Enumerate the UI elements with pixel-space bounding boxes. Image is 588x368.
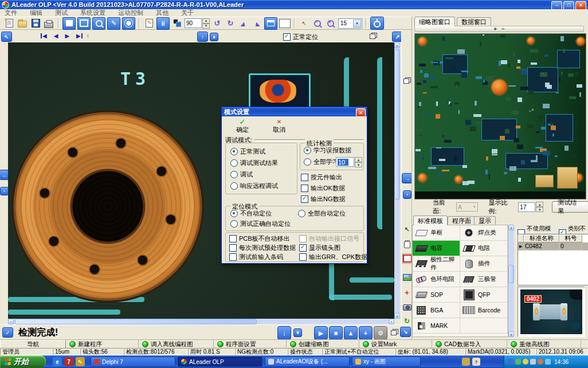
check-output-ok-data[interactable]: 输出OK数据	[301, 185, 345, 192]
radio-debug-test-result[interactable]: 调试测试结果	[230, 159, 278, 167]
menu-about[interactable]: 关于	[181, 9, 194, 17]
maximize-icon[interactable]: □	[563, 1, 574, 10]
table-row[interactable]: ▶ C0482 0	[518, 242, 588, 250]
checkbox-icon[interactable]	[229, 253, 237, 261]
nav-step-load-offline-image[interactable]: 调入离线编程图	[139, 340, 214, 349]
frame-tool-button[interactable]	[77, 17, 91, 30]
radio-icon[interactable]	[230, 171, 238, 178]
quicklaunch-delphi-icon[interactable]: 7	[64, 357, 73, 366]
scale-value[interactable]: 17	[518, 202, 535, 212]
open-button[interactable]	[17, 18, 28, 29]
tab-standard-template[interactable]: 标准模板	[413, 216, 448, 225]
tray-icon-volume[interactable]	[523, 359, 528, 365]
edit-page-button[interactable]	[143, 18, 155, 29]
collapse-up-button[interactable]: ∧	[210, 33, 218, 41]
checkbox-icon[interactable]	[301, 195, 308, 203]
move-button[interactable]: +	[359, 326, 373, 340]
tab-data-window[interactable]: 数据窗口	[457, 17, 491, 26]
check-preprocess-each-test[interactable]: 每次测试预处理数据	[229, 244, 296, 252]
component-transistor[interactable]: 三极管	[460, 272, 508, 287]
first-board-button[interactable]: ◀	[41, 33, 48, 39]
task-aleader-aoi-device[interactable]: ALeaderAOI设备 (...	[265, 357, 350, 367]
pointer-button[interactable]: ↖	[299, 18, 310, 29]
quicklaunch-ie-icon[interactable]: e	[53, 357, 62, 366]
cascade-windows-button[interactable]	[370, 33, 377, 40]
flip-horizontal-button[interactable]: ▲	[236, 18, 251, 29]
checkbox-icon[interactable]	[299, 253, 307, 261]
menu-other[interactable]: 其他	[156, 9, 168, 17]
menu-test[interactable]: 测试	[55, 9, 68, 17]
template-table[interactable]: 标准名称 料号 ▶ C0482 0	[518, 234, 588, 285]
radio-learn-all[interactable]: 全部学习	[304, 158, 339, 166]
radio-normal-test[interactable]: 正常测试	[230, 148, 265, 155]
pan-tool-button[interactable]	[62, 17, 76, 30]
pan-down-button[interactable]: ↓	[277, 326, 291, 340]
component-qfp[interactable]: QFP	[460, 287, 508, 303]
print-button[interactable]	[43, 18, 54, 29]
task-aleader-olp[interactable]: ALeader OLP	[178, 357, 262, 367]
component-frame[interactable]: 单框	[413, 225, 460, 241]
horizontal-scroll-thumb[interactable]	[15, 319, 257, 324]
spin-up-icon[interactable]: ▲	[536, 202, 543, 207]
check-output-by-component[interactable]: 按元件输出	[301, 174, 342, 181]
tab-display[interactable]: 显示	[474, 216, 496, 225]
cascade-windows-button[interactable]	[402, 76, 411, 85]
zoom-out-thumb-icon[interactable]: −	[501, 26, 505, 32]
hand-tool[interactable]	[402, 240, 411, 249]
component-sop[interactable]: SOP	[413, 287, 460, 303]
cancel-button[interactable]: ✕ 取消	[263, 118, 295, 135]
nav-step-redo-height-map[interactable]: 重做高线图	[507, 340, 581, 349]
checkbox-icon[interactable]	[229, 244, 237, 252]
power-button[interactable]	[370, 17, 384, 30]
check-pcb-no-auto-eject[interactable]: PCB板不自动移出	[229, 235, 290, 242]
radio-remote-debug[interactable]: 响应远程调试	[230, 182, 278, 190]
thumbnail-zoom-bar[interactable]: + −	[414, 26, 584, 32]
dialog-title-bar[interactable]: 模式设置 ✕	[222, 107, 367, 116]
learn-spin-arrows[interactable]: ▲ ▼	[355, 157, 362, 167]
cascade-windows-button[interactable]	[391, 329, 398, 336]
angle-spin-arrows[interactable]: ▲ ▼	[202, 18, 210, 29]
dialog-close-icon[interactable]: ✕	[356, 108, 366, 117]
normal-positioning-toggle[interactable]: 正常定位	[283, 33, 318, 41]
component-resistor[interactable]: 电阻	[460, 241, 508, 256]
contrast-button[interactable]	[171, 18, 183, 29]
magnifier-tool-button[interactable]	[92, 17, 105, 30]
collapse-left-button[interactable]: ‹	[0, 187, 9, 195]
stop-button[interactable]: ■	[329, 326, 343, 340]
next-board-button[interactable]: ▶	[64, 33, 70, 39]
close-icon[interactable]: ✕	[575, 1, 586, 10]
learn-count-spinner[interactable]: 10 ▲ ▼	[336, 157, 362, 167]
component-barcode[interactable]: Barcode	[460, 303, 508, 318]
scroll-left-icon[interactable]: ‹	[8, 319, 14, 324]
radio-all-auto-positioning[interactable]: 全部自动定位	[298, 210, 346, 217]
pan-bottom-right-button[interactable]: ↘	[400, 327, 411, 337]
collapse-down-button[interactable]: ∨	[293, 328, 302, 337]
component-solder-joint[interactable]: 焊点类	[460, 225, 508, 241]
rotate-right-button[interactable]: ↻	[225, 18, 236, 29]
menu-system-settings[interactable]: 系统设置	[80, 9, 105, 17]
eject-button[interactable]: ▲	[344, 326, 358, 340]
spin-down-icon[interactable]: ▼	[536, 207, 543, 212]
spin-up-icon[interactable]: ▲	[202, 18, 210, 24]
spin-up-icon[interactable]: ▲	[355, 157, 362, 162]
radio-icon[interactable]	[230, 210, 238, 217]
quicklaunch-paint-icon[interactable]: ✎	[76, 357, 85, 366]
edit-tool-button[interactable]: ✎	[107, 17, 120, 30]
task-delphi[interactable]: Delphi 7	[91, 357, 175, 367]
spot-tool-button[interactable]	[122, 17, 135, 30]
check-barcode-before-test[interactable]: 测试前输入条码	[229, 253, 283, 261]
scroll-down-icon[interactable]: ∨	[508, 331, 514, 337]
angle-value[interactable]: 90	[185, 18, 202, 28]
image-horizontal-scrollbar[interactable]: ‹ ›	[8, 319, 394, 324]
scale-spinner[interactable]: 17 ▲ ▼	[518, 202, 543, 212]
nav-label[interactable]: 导航	[0, 340, 66, 349]
component-through-hole[interactable]: 插件	[460, 256, 508, 272]
component-bga[interactable]: BGA	[413, 303, 460, 318]
task-xy-paint[interactable]: xy - 画图	[352, 357, 421, 367]
scroll-right-icon[interactable]: ›	[389, 319, 394, 324]
nav-step-create-thumbnail[interactable]: 创建缩略图	[287, 340, 359, 349]
zoom-select[interactable]: 15 ▼	[338, 18, 362, 29]
tab-program-face[interactable]: 程序面	[448, 216, 476, 225]
component-polar-two-pin[interactable]: 极性二脚件	[413, 256, 460, 272]
minimize-icon[interactable]: –	[551, 1, 562, 10]
